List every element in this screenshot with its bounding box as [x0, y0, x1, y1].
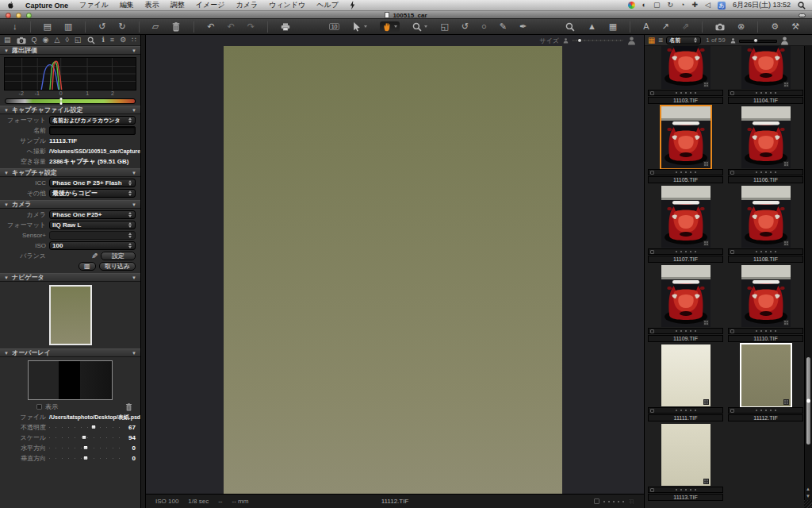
- scale-slider[interactable]: [49, 434, 121, 441]
- menu-extra-disc-icon[interactable]: ◐: [642, 2, 646, 9]
- panel-header-navigator[interactable]: ▼ ナビゲータ ▼: [0, 273, 140, 282]
- draw-mask-tool[interactable]: ✎: [500, 22, 507, 31]
- tab-exposure-icon[interactable]: △: [54, 37, 59, 44]
- rotate-cw-button[interactable]: ↻: [119, 22, 126, 31]
- tab-focus-icon[interactable]: ◊: [65, 37, 68, 44]
- tab-color-icon[interactable]: ◉: [43, 37, 49, 44]
- overlay-show-checkbox[interactable]: [36, 404, 42, 410]
- overlay-delete-icon[interactable]: [125, 403, 132, 411]
- thumb-checkbox[interactable]: [650, 91, 654, 95]
- airport-icon[interactable]: ✚: [691, 2, 698, 9]
- toolbar-toggle-button[interactable]: [799, 13, 806, 17]
- list-view-button[interactable]: ≡: [658, 37, 663, 44]
- thumbnail-image[interactable]: [661, 424, 710, 486]
- thumbnail-image[interactable]: [741, 106, 791, 168]
- tab-output-icon[interactable]: ⚙: [120, 37, 126, 44]
- panel-menu-icon[interactable]: ▼: [132, 108, 136, 113]
- tab-quick-icon[interactable]: Q: [32, 37, 37, 44]
- thumb-checkbox[interactable]: [730, 250, 734, 254]
- icc-profile-select[interactable]: Phase One P 25+ Flash: [49, 179, 136, 187]
- thumbnail-cell[interactable]: 11111.TIF: [647, 343, 724, 422]
- print-button[interactable]: [281, 22, 290, 32]
- window-resize-grip[interactable]: [804, 500, 812, 508]
- tab-metadata-icon[interactable]: ℹ: [102, 37, 104, 44]
- thumbnail-image[interactable]: [741, 46, 791, 89]
- panel-header-capture-settings[interactable]: ▼ キャプチャ設定 ▼: [0, 168, 140, 177]
- zoom-viewer-button[interactable]: [565, 22, 575, 32]
- horizontal-slider[interactable]: [49, 444, 121, 452]
- multiview-toggle[interactable]: 10: [329, 23, 340, 30]
- menu-help[interactable]: ヘルプ: [316, 0, 339, 10]
- pan-hand-tool[interactable]: [380, 21, 400, 33]
- viewer-rating-dots[interactable]: [603, 501, 624, 502]
- panel-header-capture-file[interactable]: ▼ キャプチャファイル設定 ▼: [0, 106, 140, 114]
- panel-header-overlay[interactable]: ▼ オーバーレイ ▼: [0, 348, 140, 357]
- loupe-tool[interactable]: [412, 22, 427, 32]
- exposure-warning-gradient-bar[interactable]: [5, 98, 136, 104]
- move-to-folder-button[interactable]: ▱: [152, 22, 159, 31]
- disclosure-icon[interactable]: ▼: [4, 48, 9, 53]
- spotlight-icon[interactable]: [798, 2, 806, 10]
- displays-icon[interactable]: ▢: [653, 2, 661, 9]
- thumb-checkbox[interactable]: [650, 250, 654, 254]
- customize-tools-button[interactable]: ⚒: [791, 22, 799, 31]
- thumbnail-cell[interactable]: 11106.TIF: [727, 105, 804, 184]
- select-cursor-tool[interactable]: [352, 22, 367, 32]
- thumb-checkbox[interactable]: [650, 488, 654, 492]
- disclosure-icon[interactable]: ▼: [4, 108, 9, 113]
- menu-file[interactable]: ファイル: [79, 0, 109, 10]
- thumbnail-rating-bar[interactable]: [728, 169, 803, 175]
- window-title-bar[interactable]: 100515_car: [0, 11, 812, 19]
- crop-tool[interactable]: ◱: [440, 22, 448, 31]
- menu-camera[interactable]: カメラ: [236, 0, 259, 10]
- thumbnail-image[interactable]: [741, 265, 791, 327]
- tab-batch-icon[interactable]: ∷: [132, 37, 136, 44]
- menu-edit[interactable]: 編集: [120, 0, 134, 10]
- thumbnail-rating-bar[interactable]: [728, 328, 803, 334]
- navigator-preview[interactable]: [49, 285, 92, 345]
- disclosure-icon[interactable]: ▼: [4, 202, 9, 207]
- panel-menu-icon[interactable]: ▼: [132, 48, 136, 53]
- thumbnail-cell-current[interactable]: 11112.TIF: [727, 343, 804, 422]
- name-input[interactable]: [49, 126, 136, 135]
- disclosure-icon[interactable]: ▼: [4, 351, 9, 356]
- menu-adjust[interactable]: 調整: [170, 0, 185, 10]
- thumbnail-cell[interactable]: 11104.TIF: [727, 46, 804, 105]
- overlay-preview[interactable]: [28, 360, 113, 400]
- tab-capture-icon[interactable]: [17, 37, 26, 44]
- copy-variant-right-button[interactable]: ▥: [64, 22, 72, 31]
- grid-overlay-button[interactable]: ▦: [609, 22, 617, 31]
- thumbnail-rating-bar[interactable]: [648, 169, 723, 175]
- white-balance-eyedropper-icon[interactable]: ✎: [91, 252, 98, 260]
- thumb-checkbox[interactable]: [650, 171, 654, 175]
- menu-clock-text[interactable]: 6月26日(土) 13:52: [733, 0, 791, 10]
- annotate-button[interactable]: A: [643, 22, 649, 31]
- time-machine-icon[interactable]: ◔: [680, 2, 684, 9]
- opacity-slider[interactable]: [49, 424, 121, 431]
- rotate-ccw-button[interactable]: ↺: [98, 22, 105, 31]
- tether-bolt-icon[interactable]: [350, 1, 355, 10]
- thumb-checkbox[interactable]: [730, 329, 734, 333]
- thumbnail-image[interactable]: [661, 265, 710, 327]
- process-alt-button[interactable]: ⇗: [682, 22, 689, 31]
- thumb-checkbox[interactable]: [650, 329, 654, 333]
- thumbnail-cell[interactable]: 11113.TIF: [647, 422, 724, 502]
- thumbnail-size-slider[interactable]: [739, 37, 777, 44]
- naming-format-select[interactable]: 名前およびカメラカウンタ: [49, 116, 136, 125]
- thumbnail-rating-bar[interactable]: [648, 487, 723, 493]
- tab-adjustments-icon[interactable]: ≡: [110, 37, 114, 44]
- thumbnail-rating-bar[interactable]: [728, 248, 803, 255]
- sync-icon[interactable]: ↻: [668, 2, 674, 9]
- thumbnail-cell[interactable]: 11107.TIF: [647, 184, 724, 264]
- sort-by-select[interactable]: 名前: [666, 37, 701, 44]
- thumb-checkbox[interactable]: [650, 409, 654, 413]
- thumbnail-cell[interactable]: 11110.TIF: [727, 264, 804, 343]
- panel-menu-icon[interactable]: ▼: [132, 351, 136, 356]
- thumbnail-image[interactable]: [661, 186, 710, 248]
- thumbnail-cell[interactable]: 11103.TIF: [647, 46, 724, 105]
- thumbnail-cell[interactable]: 11109.TIF: [647, 264, 724, 343]
- panel-header-camera[interactable]: ▼ カメラ ▼: [0, 200, 140, 209]
- thumbnail-rating-bar[interactable]: [728, 407, 803, 414]
- panel-menu-icon[interactable]: ▼: [132, 202, 136, 207]
- thumb-checkbox[interactable]: [730, 409, 734, 413]
